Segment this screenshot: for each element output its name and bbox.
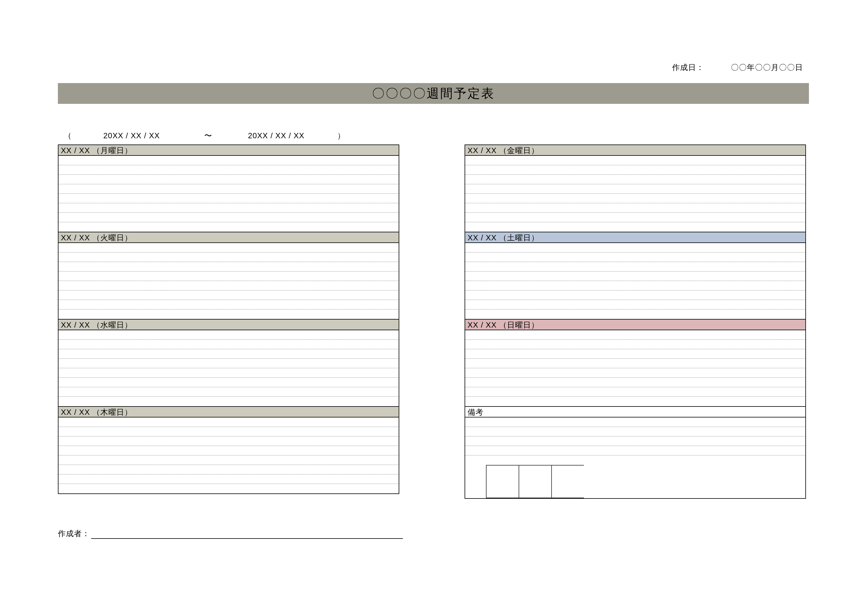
day-header: XX / XX （月曜日） [59,145,399,156]
line-row [465,446,805,455]
line-row [59,340,399,349]
line-row [465,455,805,465]
notes-lines [465,418,805,465]
line-row [465,184,805,194]
line-row [59,194,399,203]
day-header: XX / XX （木曜日） [59,407,399,418]
line-row [59,359,399,368]
line-row [59,387,399,397]
range-sep: 〜 [160,130,248,141]
line-row [465,397,805,406]
line-row [465,165,805,175]
line-row [59,427,399,437]
line-row [59,175,399,184]
line-row [59,203,399,213]
creation-date-label: 作成日： [672,62,704,73]
line-row [59,484,399,494]
line-row [59,349,399,359]
line-row [465,300,805,310]
line-row [465,203,805,213]
creation-date-row: 作成日： 〇〇年〇〇月〇〇日 [672,62,803,73]
line-row [59,455,399,465]
date-range: （ 20XX / XX / XX 〜 20XX / XX / XX ） [58,130,809,141]
paren-close: ） [334,130,347,141]
line-row [59,243,399,252]
line-row [59,300,399,310]
author-label: 作成者： [58,528,91,539]
stamp-area [465,465,805,498]
line-row [465,378,805,387]
range-to: 20XX / XX / XX [248,131,334,140]
line-row [59,446,399,455]
range-from: 20XX / XX / XX [74,131,160,140]
line-row [59,310,399,319]
stamp-box [519,465,551,498]
line-row [59,156,399,165]
line-row [59,252,399,262]
day-header: XX / XX （金曜日） [465,145,805,156]
line-row [465,368,805,378]
line-row [465,156,805,165]
line-row [59,165,399,175]
line-row [465,349,805,359]
day-lines [59,330,399,406]
day-block: XX / XX （日曜日） [465,319,806,406]
line-row [59,281,399,291]
line-row [465,222,805,232]
line-row [465,194,805,203]
line-row [59,465,399,474]
day-block: XX / XX （土曜日） [465,232,806,319]
day-lines [465,330,805,406]
line-row [59,213,399,222]
stamp-pad [584,465,805,498]
day-block: XX / XX （金曜日） [465,144,806,232]
line-row [465,243,805,252]
line-row [59,474,399,484]
line-row [465,418,805,427]
day-block: XX / XX （月曜日） [58,144,399,232]
day-block: XX / XX （木曜日） [58,406,399,494]
line-row [465,213,805,222]
line-row [59,271,399,281]
line-row [465,359,805,368]
line-row [465,262,805,271]
columns: XX / XX （月曜日）XX / XX （火曜日）XX / XX （水曜日）X… [58,144,809,499]
day-lines [59,243,399,319]
line-row [465,281,805,291]
line-row [59,262,399,271]
left-column: XX / XX （月曜日）XX / XX （火曜日）XX / XX （水曜日）X… [58,144,399,499]
line-row [465,310,805,319]
day-header: XX / XX （火曜日） [59,232,399,243]
day-header: XX / XX （水曜日） [59,320,399,330]
day-header: XX / XX （土曜日） [465,232,805,243]
line-row [465,291,805,300]
line-row [59,397,399,406]
line-row [59,368,399,378]
author-row: 作成者： [58,528,809,539]
creation-date-value: 〇〇年〇〇月〇〇日 [731,62,803,73]
line-row [465,427,805,437]
notes-block: 備考 [465,406,806,499]
paren-open: （ [62,130,74,141]
day-lines [465,243,805,319]
page-title: 〇〇〇〇週間予定表 [58,83,809,104]
line-row [59,437,399,446]
line-row [465,437,805,446]
day-block: XX / XX （火曜日） [58,232,399,319]
line-row [465,271,805,281]
line-row [59,291,399,300]
stamp-pad [465,465,486,498]
line-row [59,330,399,340]
notes-header: 備考 [465,407,805,418]
day-block: XX / XX （水曜日） [58,319,399,406]
line-row [59,184,399,194]
weekly-schedule-page: 作成日： 〇〇年〇〇月〇〇日 〇〇〇〇週間予定表 （ 20XX / XX / X… [58,65,809,539]
stamp-box [551,465,584,498]
day-lines [59,418,399,494]
line-row [465,175,805,184]
day-lines [465,156,805,232]
line-row [465,330,805,340]
author-line [91,530,403,539]
line-row [59,222,399,232]
right-column: XX / XX （金曜日）XX / XX （土曜日）XX / XX （日曜日）備… [465,144,806,499]
